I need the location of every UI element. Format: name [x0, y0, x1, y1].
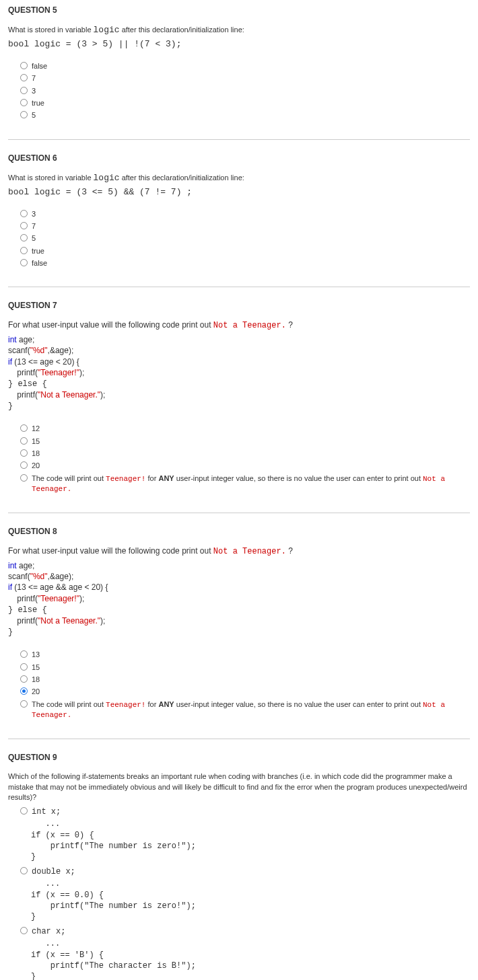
option[interactable]: char x;: [20, 926, 470, 937]
option[interactable]: int x;: [20, 806, 470, 817]
radio-icon[interactable]: [20, 700, 28, 708]
radio-icon[interactable]: [20, 111, 28, 118]
radio-icon[interactable]: [20, 437, 28, 445]
option[interactable]: 15: [20, 437, 470, 446]
radio-icon[interactable]: [20, 62, 28, 69]
radio-icon[interactable]: [20, 247, 28, 254]
code-block: int age; scanf("%d",&age); if (13 <= age…: [8, 334, 470, 412]
question-5: QUESTION 5 What is stored in variable lo…: [8, 5, 470, 140]
radio-icon[interactable]: [20, 234, 28, 241]
radio-icon[interactable]: [20, 259, 28, 266]
question-prompt: Which of the following if-statements bre…: [8, 771, 470, 802]
radio-icon[interactable]: [20, 424, 28, 432]
option[interactable]: 15: [20, 663, 470, 672]
code-line: bool logic = (3 > 5) || !(7 < 3);: [8, 39, 470, 49]
option[interactable]: 7: [20, 73, 470, 83]
radio-icon[interactable]: [20, 210, 28, 217]
option[interactable]: false: [20, 258, 470, 268]
option[interactable]: true: [20, 246, 470, 256]
radio-icon[interactable]: [20, 474, 28, 482]
radio-icon[interactable]: [20, 449, 28, 457]
question-title: QUESTION 8: [8, 527, 470, 536]
option[interactable]: false: [20, 61, 470, 71]
radio-icon[interactable]: [20, 807, 28, 815]
radio-icon[interactable]: [20, 663, 28, 671]
option[interactable]: 13: [20, 650, 470, 659]
question-prompt: What is stored in variable logic after t…: [8, 24, 470, 36]
radio-icon[interactable]: [20, 867, 28, 874]
question-title: QUESTION 5: [8, 5, 470, 15]
option[interactable]: 3: [20, 86, 470, 96]
option[interactable]: double x;: [20, 866, 470, 877]
radio-icon[interactable]: [20, 675, 28, 683]
code-line: bool logic = (3 <= 5) && (7 != 7) ;: [8, 187, 470, 197]
question-title: QUESTION 7: [8, 301, 470, 310]
question-prompt: What is stored in variable logic after t…: [8, 172, 470, 184]
option[interactable]: true: [20, 98, 470, 108]
question-prompt: For what user-input value will the follo…: [8, 319, 470, 332]
option[interactable]: 20: [20, 461, 470, 470]
option[interactable]: 7: [20, 221, 470, 231]
question-title: QUESTION 9: [8, 753, 470, 762]
option[interactable]: 3: [20, 209, 470, 219]
radio-icon[interactable]: [20, 927, 28, 934]
radio-icon[interactable]: [20, 74, 28, 81]
code-block: ... if (x == 0.0) { printf("The number i…: [31, 878, 470, 922]
option[interactable]: 5: [20, 233, 470, 243]
radio-icon[interactable]: [20, 687, 28, 695]
radio-icon[interactable]: [20, 461, 28, 469]
code-block: ... if (x == 0) { printf("The number is …: [31, 819, 470, 862]
radio-icon[interactable]: [20, 99, 28, 106]
question-6: QUESTION 6 What is stored in variable lo…: [8, 153, 470, 288]
question-9: QUESTION 9 Which of the following if-sta…: [8, 753, 470, 980]
options-list: false 7 3 true 5: [20, 61, 470, 120]
options-list: 3 7 5 true false: [20, 209, 470, 268]
question-title: QUESTION 6: [8, 153, 470, 163]
radio-icon[interactable]: [20, 650, 28, 658]
radio-icon[interactable]: [20, 222, 28, 229]
code-block: ... if (x == 'B') { printf("The characte…: [31, 938, 470, 980]
options-list: 12 15 18 20 The code will print out Teen…: [20, 424, 470, 494]
radio-icon[interactable]: [20, 87, 28, 94]
question-7: QUESTION 7 For what user-input value wil…: [8, 301, 470, 513]
options-list: 13 15 18 20 The code will print out Teen…: [20, 650, 470, 720]
option[interactable]: 20: [20, 687, 470, 696]
option[interactable]: 12: [20, 424, 470, 433]
option[interactable]: 18: [20, 675, 470, 684]
option[interactable]: 18: [20, 449, 470, 458]
option[interactable]: The code will print out Teenager! for AN…: [20, 474, 470, 494]
option[interactable]: 5: [20, 110, 470, 120]
option[interactable]: The code will print out Teenager! for AN…: [20, 700, 470, 720]
code-block: int age; scanf("%d",&age); if (13 <= age…: [8, 560, 470, 638]
question-prompt: For what user-input value will the follo…: [8, 545, 470, 558]
question-8: QUESTION 8 For what user-input value wil…: [8, 527, 470, 739]
